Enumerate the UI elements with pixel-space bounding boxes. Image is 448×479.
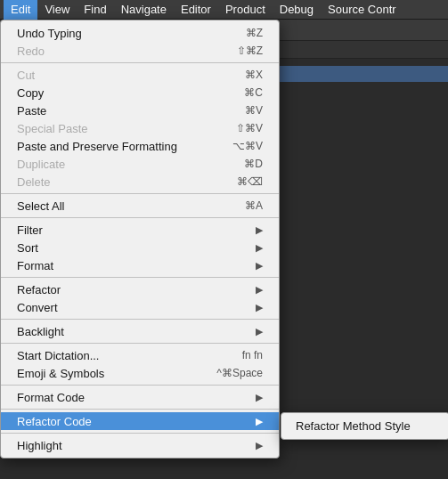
submenu-arrow-icon: ▶	[256, 326, 263, 337]
menu-item-shortcut: fn fn	[242, 349, 263, 361]
submenu-arrow-icon: ▶	[256, 392, 263, 403]
menu-item-label: Delete	[17, 175, 223, 189]
menu-item-label: Refactor Code	[17, 415, 248, 428]
submenu-arrow-icon: ▶	[256, 440, 263, 451]
menu-item-format[interactable]: Format▶	[1, 256, 279, 274]
menu-item-shortcut: ⌘Z	[246, 27, 263, 39]
menu-item-shortcut: ⇧⌘Z	[237, 45, 263, 57]
menubar-view[interactable]: View	[37, 0, 77, 20]
menu-separator	[1, 62, 279, 63]
menu-item-special-paste: Special Paste⇧⌘V	[1, 119, 279, 137]
menu-item-label: Undo Typing	[17, 27, 232, 40]
menu-item-label: Convert	[17, 301, 248, 314]
menu-separator	[1, 217, 279, 218]
menu-item-label: Redo	[17, 45, 223, 58]
menu-item-shortcut: ⌘A	[245, 199, 263, 212]
menu-separator	[1, 193, 279, 194]
menu-item-refactor[interactable]: Refactor▶	[1, 280, 279, 298]
menu-item-format-code[interactable]: Format Code▶	[1, 388, 279, 406]
menu-item-shortcut: ⌘C	[244, 86, 263, 99]
menu-item-highlight[interactable]: Highlight▶	[1, 436, 279, 454]
menu-item-filter[interactable]: Filter▶	[1, 221, 279, 239]
menubar-edit[interactable]: Edit	[4, 0, 37, 20]
submenu-arrow-icon: ▶	[256, 302, 263, 313]
menubar-navigate[interactable]: Navigate	[114, 0, 174, 20]
edit-menu: Undo Typing⌘ZRedo⇧⌘ZCut⌘XCopy⌘CPaste⌘VSp…	[0, 20, 280, 459]
menu-item-paste[interactable]: Paste⌘V	[1, 101, 279, 119]
menu-item-label: Copy	[17, 86, 230, 100]
menu-item-refactor-code[interactable]: Refactor Code▶	[1, 412, 279, 430]
submenu-arrow-icon: ▶	[256, 260, 263, 272]
menu-item-label: Format Code	[17, 391, 248, 404]
menu-item-convert[interactable]: Convert▶	[1, 298, 279, 316]
menu-item-redo: Redo⇧⌘Z	[1, 42, 279, 60]
menu-separator	[1, 433, 279, 434]
menubar-product[interactable]: Product	[218, 0, 273, 20]
menu-separator	[1, 319, 279, 320]
menu-separator	[1, 385, 279, 386]
menu-separator	[1, 277, 279, 278]
menu-item-dictation[interactable]: Start Dictation...fn fn	[1, 346, 279, 364]
menubar-find[interactable]: Find	[77, 0, 113, 20]
menu-item-shortcut: ⌘X	[245, 69, 263, 81]
menu-item-shortcut: ⇧⌘V	[236, 122, 263, 134]
menu-item-label: Refactor	[17, 283, 248, 296]
menubar-source-control[interactable]: Source Contr	[321, 0, 403, 20]
menu-item-shortcut: ⌘⌫	[237, 175, 263, 188]
menu-item-label: Filter	[17, 223, 248, 237]
menu-item-cut: Cut⌘X	[1, 66, 279, 84]
menu-item-copy[interactable]: Copy⌘C	[1, 84, 279, 101]
menu-item-label: Emoji & Symbols	[17, 367, 202, 380]
menu-item-paste-preserving[interactable]: Paste and Preserve Formatting⌥⌘V	[1, 137, 279, 155]
submenu-arrow-icon: ▶	[256, 284, 263, 296]
menu-item-label: Sort	[17, 241, 248, 255]
menu-item-label: Highlight	[17, 439, 248, 452]
menu-item-duplicate: Duplicate⌘D	[1, 155, 279, 173]
menu-item-label: Backlight	[17, 325, 248, 338]
menubar-debug[interactable]: Debug	[273, 0, 321, 20]
menu-item-label: Select All	[17, 199, 231, 213]
menu-item-shortcut: ⌘D	[244, 158, 263, 170]
submenu-item-refactor-method-style[interactable]: Refactor Method Style	[281, 417, 448, 435]
submenu-arrow-icon: ▶	[256, 416, 263, 427]
menu-item-sort[interactable]: Sort▶	[1, 239, 279, 256]
menu-item-label: Cut	[17, 69, 231, 82]
menubar: Edit View Find Navigate Editor Product D…	[0, 0, 448, 20]
menu-item-label: Special Paste	[17, 122, 222, 135]
menu-item-label: Paste	[17, 104, 231, 118]
menu-item-select-all[interactable]: Select All⌘A	[1, 197, 279, 215]
submenu-arrow-icon: ▶	[256, 224, 263, 236]
menu-item-emoji[interactable]: Emoji & Symbols^⌘Space	[1, 364, 279, 382]
menubar-editor[interactable]: Editor	[174, 0, 218, 20]
menu-item-shortcut: ^⌘Space	[216, 367, 263, 379]
submenu-arrow-icon: ▶	[256, 242, 263, 254]
menu-item-label: Paste and Preserve Formatting	[17, 140, 218, 153]
menu-item-label: Start Dictation...	[17, 349, 228, 362]
menu-item-shortcut: ⌘V	[245, 104, 263, 117]
menu-item-label: Format	[17, 259, 248, 272]
menu-separator	[1, 409, 279, 410]
menu-item-undo[interactable]: Undo Typing⌘Z	[1, 24, 279, 42]
refactor-code-submenu: Refactor Method Style	[281, 412, 448, 440]
menu-item-label: Duplicate	[17, 158, 230, 171]
menu-separator	[1, 343, 279, 344]
menu-item-delete: Delete⌘⌫	[1, 173, 279, 191]
menu-item-backlight[interactable]: Backlight▶	[1, 322, 279, 340]
menu-item-shortcut: ⌥⌘V	[232, 140, 263, 152]
